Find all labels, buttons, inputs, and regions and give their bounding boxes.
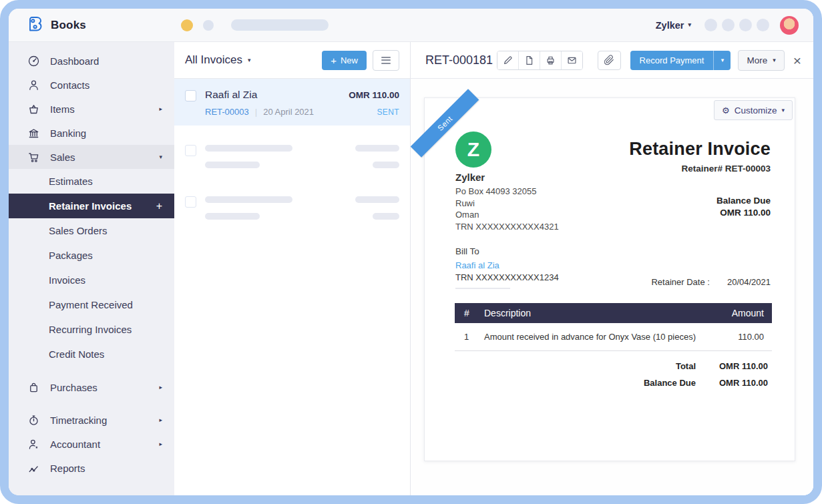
close-button[interactable]: × (793, 53, 801, 67)
topbar-icon-4[interactable] (757, 19, 769, 31)
record-payment-dropdown[interactable]: ▾ (713, 51, 731, 70)
notification-dot[interactable] (181, 19, 193, 31)
dashboard-icon (27, 55, 40, 67)
chevron-down-icon: ▾ (248, 57, 251, 63)
plus-icon[interactable]: + (156, 200, 162, 212)
topbar-icon-3[interactable] (739, 19, 752, 31)
detail-body: Sent ⚙ Customize ▾ Z Zylker Po Box 44093… (411, 79, 813, 495)
pdf-button[interactable] (518, 51, 540, 69)
company-trn: TRN XXXXXXXXXXX4321 (455, 221, 559, 233)
address-line: Ruwi (455, 198, 559, 210)
company-address: Po Box 44093 32055 Ruwi Oman TRN XXXXXXX… (455, 186, 559, 232)
totals-block: Total OMR 110.00 Balance Due OMR 110.00 (644, 361, 768, 395)
sidebar-item-label: Banking (50, 128, 86, 139)
sidebar-item-label: Timetracking (50, 415, 107, 426)
sidebar-item-label: Sales Orders (49, 225, 108, 236)
sidebar-item-timetracking[interactable]: Timetracking ▸ (9, 408, 174, 432)
sidebar-item-label: Purchases (50, 382, 97, 393)
envelope-icon (566, 55, 578, 66)
sidebar-item-label: Dashboard (50, 55, 99, 67)
row-checkbox[interactable] (185, 90, 196, 101)
record-payment-button[interactable]: Record Payment (630, 51, 714, 70)
sidebar-item-label: Estimates (49, 176, 93, 187)
company-name: Zylker (455, 172, 485, 183)
sidebar-item-invoices[interactable]: Invoices (9, 268, 174, 292)
sidebar-item-banking[interactable]: Banking (9, 121, 174, 145)
row-checkbox[interactable] (185, 196, 196, 208)
sidebar-item-dashboard[interactable]: Dashboard (9, 49, 174, 73)
total-label: Balance Due (644, 378, 696, 388)
new-invoice-button[interactable]: + New (322, 51, 367, 70)
sidebar-item-recurring-invoices[interactable]: Recurring Invoices (9, 317, 174, 342)
topbar-dot[interactable] (203, 20, 214, 31)
total-value: OMR 110.00 (696, 378, 768, 388)
detail-header: RET-000181 (411, 42, 813, 79)
list-skeleton-row (174, 196, 410, 220)
sidebar-item-label: Invoices (49, 274, 85, 286)
cell-description: Amount received in advance for Onyx Vase… (484, 332, 712, 342)
chevron-right-icon: ▸ (159, 441, 162, 447)
plus-icon: + (331, 55, 337, 65)
pdf-file-icon (524, 55, 535, 66)
sidebar-item-label: Reports (50, 463, 85, 474)
topbar-icon-2[interactable] (722, 19, 735, 31)
sidebar-item-label: Payment Received (49, 299, 133, 310)
bill-to-customer-link[interactable]: Raafi al Zia (455, 260, 499, 270)
row-amount: OMR 110.00 (349, 90, 399, 100)
chevron-down-icon: ▾ (688, 22, 691, 28)
sidebar-item-label: Packages (49, 250, 93, 261)
reports-icon (27, 462, 40, 475)
search-bar-placeholder[interactable] (231, 19, 329, 31)
contacts-icon (27, 79, 40, 91)
row-customer-name: Raafi al Zia (205, 89, 257, 101)
sidebar-item-credit-notes[interactable]: Credit Notes (9, 342, 174, 366)
cell-amount: 110.00 (712, 332, 772, 342)
sidebar-item-label: Retainer Invoices (49, 200, 132, 212)
books-logo-icon (26, 15, 45, 36)
sidebar-item-retainer-invoices[interactable]: Retainer Invoices + (9, 194, 174, 218)
sidebar-item-label: Sales (50, 152, 75, 163)
document-actions-group (497, 51, 583, 70)
sidebar-item-packages[interactable]: Packages (9, 243, 174, 268)
sidebar-item-sales[interactable]: Sales ▾ (9, 145, 174, 169)
sidebar-item-purchases[interactable]: Purchases ▸ (9, 375, 174, 399)
list-skeleton-row (174, 145, 410, 168)
list-options-button[interactable] (373, 50, 399, 71)
gear-icon: ⚙ (722, 105, 730, 115)
sidebar-item-label: Credit Notes (49, 348, 104, 360)
sidebar-item-payment-received[interactable]: Payment Received (9, 292, 174, 317)
email-button[interactable] (561, 51, 582, 69)
row-invoice-number[interactable]: RET-00003 (205, 107, 249, 117)
header-description: Description (484, 308, 712, 318)
sidebar-item-accountant[interactable]: Accountant ▸ (9, 432, 174, 456)
sidebar-item-label: Recurring Invoices (49, 324, 132, 335)
invoice-list-panel: All Invoices ▾ + New Raafi al Zia OMR 11… (174, 42, 411, 495)
list-filter-dropdown[interactable]: All Invoices ▾ (185, 53, 251, 67)
row-checkbox[interactable] (185, 145, 196, 156)
chevron-down-icon: ▾ (159, 154, 162, 160)
header-number: # (455, 308, 484, 318)
sidebar-item-contacts[interactable]: Contacts (9, 73, 174, 97)
accountant-icon (27, 438, 40, 451)
list-title: All Invoices (185, 53, 242, 67)
sidebar-item-estimates[interactable]: Estimates (9, 169, 174, 194)
sidebar-item-reports[interactable]: Reports (9, 456, 174, 480)
print-button[interactable] (540, 51, 561, 69)
topbar-icon-1[interactable] (704, 19, 717, 31)
customize-label: Customize (735, 105, 777, 115)
edit-button[interactable] (497, 51, 518, 69)
chevron-down-icon: ▾ (773, 57, 776, 63)
balance-due-label: Balance Due (716, 196, 771, 206)
retainer-date-row: Retainer Date : 20/04/2021 (651, 277, 771, 287)
avatar[interactable] (780, 16, 799, 35)
sidebar-item-sales-orders[interactable]: Sales Orders (9, 218, 174, 243)
detail-title: RET-000181 (425, 53, 493, 67)
more-button[interactable]: More ▾ (738, 50, 784, 71)
org-selector[interactable]: Zylker ▾ (656, 20, 691, 31)
sidebar-item-items[interactable]: Items ▸ (9, 97, 174, 121)
table-header-row: # Description Amount (455, 303, 772, 323)
attachment-button[interactable] (598, 51, 621, 70)
row-date: 20 April 2021 (263, 107, 314, 117)
invoice-list-row-selected[interactable]: Raafi al Zia OMR 110.00 RET-00003 | 20 A… (174, 79, 410, 125)
customize-button[interactable]: ⚙ Customize ▾ (714, 100, 793, 120)
